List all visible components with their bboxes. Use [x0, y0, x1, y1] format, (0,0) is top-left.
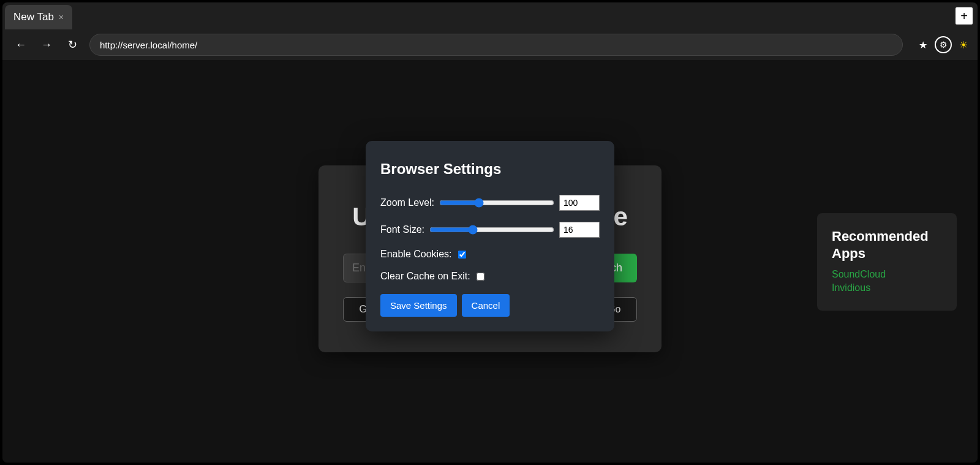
- recommended-apps-card: Recommended Apps SoundCloud Invidious: [817, 213, 957, 311]
- modal-title: Browser Settings: [380, 161, 600, 178]
- modal-button-row: Save Settings Cancel: [380, 294, 600, 317]
- forward-icon[interactable]: →: [38, 39, 55, 51]
- clear-cache-row: Clear Cache on Exit:: [380, 271, 600, 282]
- nav-right-icons: ★ ⚙ ☀: [919, 36, 968, 53]
- gear-icon[interactable]: ⚙: [935, 36, 952, 53]
- back-icon[interactable]: ←: [12, 39, 29, 51]
- save-settings-button[interactable]: Save Settings: [380, 294, 457, 317]
- new-tab-button[interactable]: +: [956, 7, 973, 25]
- cookies-checkbox[interactable]: [458, 251, 466, 259]
- close-icon[interactable]: ×: [59, 13, 64, 21]
- cancel-button[interactable]: Cancel: [462, 294, 510, 317]
- font-row: Font Size:: [380, 222, 600, 238]
- zoom-slider[interactable]: [439, 197, 554, 208]
- font-slider[interactable]: [429, 224, 554, 235]
- browser-tab[interactable]: New Tab ×: [5, 5, 72, 29]
- tab-bar: New Tab × +: [2, 2, 978, 29]
- sun-icon[interactable]: ☀: [959, 39, 968, 51]
- settings-modal: Browser Settings Zoom Level: Font Size: …: [366, 141, 614, 331]
- zoom-label: Zoom Level:: [380, 197, 434, 208]
- recommended-app-soundcloud[interactable]: SoundCloud: [832, 269, 942, 280]
- browser-window: New Tab × + ← → ↻ ★ ⚙ ☀ UltraViolet Home…: [2, 2, 978, 463]
- cookies-label: Enable Cookies:: [380, 249, 452, 260]
- font-label: Font Size:: [380, 224, 424, 235]
- font-value-input[interactable]: [559, 222, 600, 238]
- cookies-row: Enable Cookies:: [380, 249, 600, 260]
- tab-title: New Tab: [13, 11, 54, 23]
- recommended-title: Recommended Apps: [832, 228, 942, 262]
- bookmark-icon[interactable]: ★: [919, 39, 927, 51]
- navigation-bar: ← → ↻ ★ ⚙ ☀: [2, 29, 978, 60]
- zoom-value-input[interactable]: [559, 195, 600, 211]
- zoom-row: Zoom Level:: [380, 195, 600, 211]
- url-input[interactable]: [89, 34, 903, 56]
- clear-cache-label: Clear Cache on Exit:: [380, 271, 470, 282]
- clear-cache-checkbox[interactable]: [477, 273, 484, 281]
- recommended-app-invidious[interactable]: Invidious: [832, 282, 942, 293]
- reload-icon[interactable]: ↻: [64, 38, 81, 51]
